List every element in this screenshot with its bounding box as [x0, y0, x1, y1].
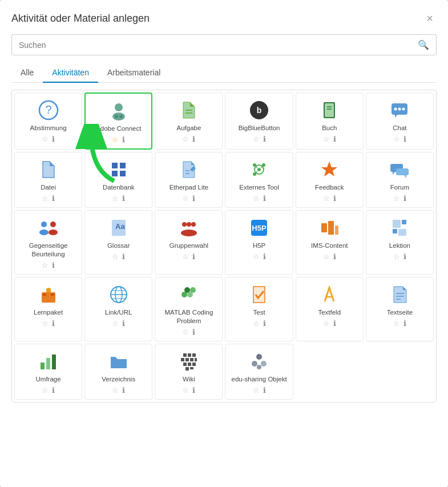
externes-tool-star[interactable]: ☆ — [253, 194, 260, 203]
wiki-star[interactable]: ☆ — [182, 386, 189, 395]
textfeld-star[interactable]: ☆ — [323, 319, 330, 328]
glossar-info[interactable]: ℹ — [122, 252, 125, 261]
item-bigbluebutton[interactable]: b BigBlueButton ☆ ℹ — [225, 92, 293, 150]
buch-star[interactable]: ☆ — [323, 135, 330, 143]
bigbluebutton-star[interactable]: ☆ — [253, 135, 260, 143]
etherpad-info[interactable]: ℹ — [192, 194, 195, 203]
gegenseitig-star[interactable]: ☆ — [42, 261, 49, 269]
ims-content-icon — [318, 216, 341, 239]
forum-star[interactable]: ☆ — [393, 194, 400, 203]
item-lernpaket[interactable]: Lernpaket ☆ ℹ — [14, 277, 82, 341]
item-externes-tool[interactable]: Externes Tool ☆ ℹ — [225, 152, 293, 208]
item-glossar[interactable]: Aa Glossar ☆ ℹ — [84, 210, 152, 275]
link-url-star[interactable]: ☆ — [112, 319, 119, 328]
glossar-star[interactable]: ☆ — [112, 252, 119, 261]
textseite-star[interactable]: ☆ — [393, 319, 400, 328]
abstimmung-info[interactable]: ℹ — [52, 135, 55, 143]
close-button[interactable]: × — [423, 11, 437, 25]
item-verzeichnis[interactable]: Verzeichnis ☆ ℹ — [84, 344, 152, 400]
item-edu-sharing[interactable]: edu-sharing Objekt ☆ ℹ — [225, 344, 293, 400]
link-url-info[interactable]: ℹ — [122, 319, 125, 328]
search-input[interactable] — [19, 41, 418, 50]
h5p-star[interactable]: ☆ — [253, 252, 260, 261]
svg-point-16 — [394, 108, 397, 111]
item-adobe-connect[interactable]: Adobe Connect ☆ ℹ — [84, 92, 152, 150]
datenbank-star[interactable]: ☆ — [112, 194, 119, 203]
externes-tool-info[interactable]: ℹ — [263, 194, 266, 203]
item-matlab[interactable]: MATLAB Coding Problem ☆ ℹ — [155, 277, 223, 341]
matlab-info[interactable]: ℹ — [192, 328, 195, 336]
aufgabe-info[interactable]: ℹ — [192, 135, 195, 143]
ims-content-actions: ☆ ℹ — [323, 252, 336, 261]
wiki-icon — [177, 350, 200, 373]
datei-label: Datei — [41, 183, 56, 192]
lernpaket-star[interactable]: ☆ — [42, 319, 49, 328]
abstimmung-star[interactable]: ☆ — [42, 135, 49, 143]
datei-star[interactable]: ☆ — [42, 194, 49, 203]
svg-point-6 — [119, 115, 123, 118]
buch-info[interactable]: ℹ — [333, 135, 336, 143]
item-gruppenwahl[interactable]: Gruppenwahl ☆ ℹ — [155, 210, 223, 275]
forum-icon — [388, 158, 411, 181]
item-forum[interactable]: Forum ☆ ℹ — [366, 152, 434, 208]
item-umfrage[interactable]: Umfrage ☆ ℹ — [14, 344, 82, 400]
aufgabe-icon — [177, 99, 200, 122]
item-test[interactable]: Test ☆ ℹ — [225, 277, 293, 341]
adobe-connect-star[interactable]: ☆ — [112, 135, 119, 144]
umfrage-info[interactable]: ℹ — [52, 386, 55, 395]
item-link-url[interactable]: Link/URL ☆ ℹ — [84, 277, 152, 341]
glossar-label: Glossar — [107, 242, 130, 250]
etherpad-star[interactable]: ☆ — [182, 194, 189, 203]
gruppenwahl-info[interactable]: ℹ — [192, 252, 195, 261]
item-ims-content[interactable]: IMS-Content ☆ ℹ — [296, 210, 364, 275]
item-h5p[interactable]: H5P H5P ☆ ℹ — [225, 210, 293, 275]
tab-activities[interactable]: Aktivitäten — [43, 63, 98, 83]
test-star[interactable]: ☆ — [253, 319, 260, 328]
tab-material[interactable]: Arbeitsmaterial — [98, 63, 169, 83]
tab-all[interactable]: Alle — [11, 63, 43, 83]
wiki-info[interactable]: ℹ — [192, 386, 195, 395]
matlab-star[interactable]: ☆ — [182, 328, 189, 336]
svg-text:?: ? — [45, 103, 51, 116]
verzeichnis-star[interactable]: ☆ — [112, 386, 119, 395]
feedback-info[interactable]: ℹ — [333, 194, 336, 203]
item-etherpad[interactable]: Etherpad Lite ☆ ℹ — [155, 152, 223, 208]
chat-info[interactable]: ℹ — [403, 135, 406, 143]
item-wiki[interactable]: Wiki ☆ ℹ — [155, 344, 223, 400]
datei-icon — [37, 158, 60, 181]
item-abstimmung[interactable]: ? Abstimmung ☆ ℹ — [14, 92, 82, 150]
gegenseitig-info[interactable]: ℹ — [52, 261, 55, 269]
textfeld-info[interactable]: ℹ — [333, 319, 336, 328]
item-feedback[interactable]: Feedback ☆ ℹ — [296, 152, 364, 208]
feedback-star[interactable]: ☆ — [323, 194, 330, 203]
item-datenbank[interactable]: Datenbank ☆ ℹ — [84, 152, 152, 208]
chat-star[interactable]: ☆ — [393, 135, 400, 143]
item-aufgabe[interactable]: Aufgabe ☆ ℹ — [155, 92, 223, 150]
item-textseite[interactable]: Textseite ☆ ℹ — [366, 277, 434, 341]
lektion-info[interactable]: ℹ — [403, 252, 406, 261]
item-buch[interactable]: Buch ☆ ℹ — [296, 92, 364, 150]
aufgabe-star[interactable]: ☆ — [182, 135, 189, 143]
ims-content-info[interactable]: ℹ — [333, 252, 336, 261]
gruppenwahl-star[interactable]: ☆ — [182, 252, 189, 261]
adobe-connect-info[interactable]: ℹ — [122, 135, 125, 144]
item-chat[interactable]: Chat ☆ ℹ — [366, 92, 434, 150]
verzeichnis-info[interactable]: ℹ — [122, 386, 125, 395]
h5p-info[interactable]: ℹ — [263, 252, 266, 261]
datenbank-info[interactable]: ℹ — [122, 194, 125, 203]
edu-sharing-info[interactable]: ℹ — [263, 386, 266, 395]
lektion-star[interactable]: ☆ — [393, 252, 400, 261]
datei-info[interactable]: ℹ — [52, 194, 55, 203]
edu-sharing-star[interactable]: ☆ — [253, 386, 260, 395]
bigbluebutton-info[interactable]: ℹ — [263, 135, 266, 143]
item-datei[interactable]: Datei ☆ ℹ — [14, 152, 82, 208]
umfrage-star[interactable]: ☆ — [42, 386, 49, 395]
lernpaket-info[interactable]: ℹ — [52, 319, 55, 328]
textseite-info[interactable]: ℹ — [403, 319, 406, 328]
item-gegenseitig[interactable]: Gegenseitige Beurteilung ☆ ℹ — [14, 210, 82, 275]
forum-info[interactable]: ℹ — [403, 194, 406, 203]
test-info[interactable]: ℹ — [263, 319, 266, 328]
ims-content-star[interactable]: ☆ — [323, 252, 330, 261]
item-lektion[interactable]: Lektion ☆ ℹ — [366, 210, 434, 275]
item-textfeld[interactable]: Textfeld ☆ ℹ — [296, 277, 364, 341]
